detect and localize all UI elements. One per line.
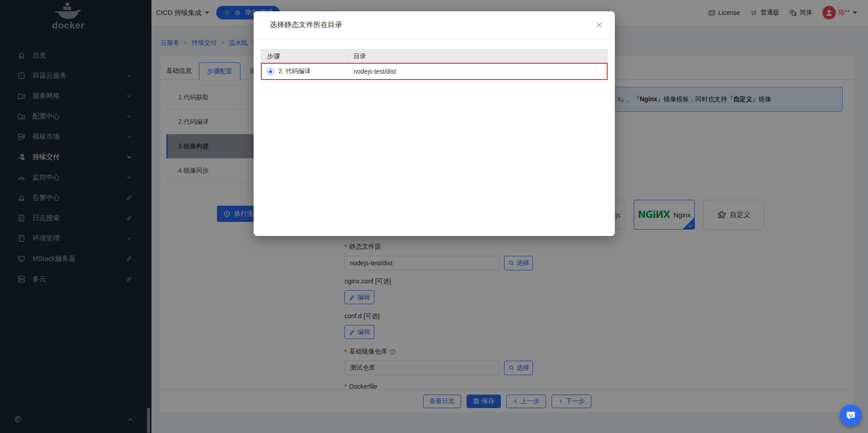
support-chat-button[interactable] [840,405,862,426]
radio-selected[interactable] [267,68,274,75]
row-step-cell: 2. 代码编译 [278,67,311,75]
modal-divider [254,39,615,40]
select-static-dir-modal: 选择静态文件所在目录 步骤 目录 2. 代码编译 nodejs-test/dis… [254,11,615,236]
row-dir-cell: nodejs-test/dist [347,68,607,75]
column-header-step: 步骤 [261,50,348,63]
table-header: 步骤 目录 [261,49,608,63]
directory-table: 步骤 目录 2. 代码编译 nodejs-test/dist [261,49,608,80]
column-header-dir: 目录 [348,50,607,63]
table-row-selected[interactable]: 2. 代码编译 nodejs-test/dist [261,63,608,80]
chat-smiley-icon [845,410,856,421]
close-icon[interactable] [595,21,603,29]
modal-title: 选择静态文件所在目录 [270,20,342,30]
